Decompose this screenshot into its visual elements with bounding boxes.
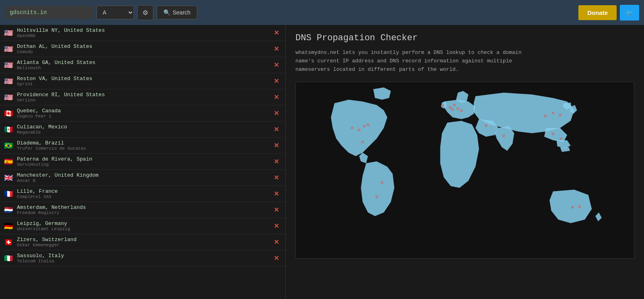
server-flag: 🇪🇸 [4,157,14,166]
server-flag: 🇺🇸 [4,45,14,54]
server-provider: OpenDNS [17,33,268,38]
marker-us4: ✕ [366,122,369,128]
remove-server-button[interactable]: ✕ [271,141,281,150]
server-flag: 🇬🇧 [4,173,14,182]
server-list-item: 🇨🇭Zizers, SwitzerlandOskar Emmenegger✕ [0,234,285,250]
server-info: Providence RI, United StatesVerizon [17,92,268,103]
server-list-item: 🇨🇦Quebec, CanadaCogeco Peer 1✕ [0,105,285,122]
domain-input[interactable] [5,6,93,19]
server-city: Holtsville NY, United States [17,27,268,33]
marker-me: ✕ [484,123,487,129]
server-flag: 🇺🇸 [4,93,14,102]
search-label: Search [173,9,190,16]
map-svg: ✕ ✕ ✕ ✕ ✕ ✕ ✕ ✕ ✕ ✕ ✕ ✕ ✕ ✕ ✕ [296,82,634,258]
server-info: Manchester, United KingdomAncar B [17,172,268,183]
remove-server-button[interactable]: ✕ [271,93,281,102]
marker-nl: ✕ [451,106,454,113]
marker-ch: ✕ [460,108,463,114]
remove-server-button[interactable]: ✕ [271,173,281,182]
server-city: Reston VA, United States [17,76,268,82]
settings-button[interactable]: ⚙ [137,5,153,20]
marker-au1: ✕ [571,204,574,211]
marker-br2: ✕ [375,194,378,200]
server-city: Diadema, Brazil [17,140,268,146]
server-provider: Verizon [17,98,268,103]
remove-server-button[interactable]: ✕ [271,76,281,86]
remove-server-button[interactable]: ✕ [271,237,281,247]
server-city: Paterna de Rivera, Spain [17,156,268,162]
marker-uk: ✕ [441,103,444,109]
server-list-item: 🇺🇸Reston VA, United StatesSprint✕ [0,73,285,89]
main-layout: 🇺🇸Holtsville NY, United StatesOpenDNS✕🇺🇸… [0,25,644,299]
server-city: Zizers, Switzerland [17,237,268,243]
server-list-item: 🇺🇸Providence RI, United StatesVerizon✕ [0,89,285,105]
marker-cn1: ✕ [544,113,547,119]
marker-es: ✕ [456,105,459,112]
header: A AAAA CNAME MX NS TXT SOA ⚙ 🔍 Search Do… [0,0,644,25]
server-flag: 🇮🇹 [4,254,14,263]
server-list-item: 🇳🇱Amsterdam, NetherlandsFreedom Registry… [0,202,285,218]
server-info: Sassuolo, ItalyTelecom Italia [17,253,268,264]
server-city: Providence RI, United States [17,92,268,98]
remove-server-button[interactable]: ✕ [271,125,281,134]
remove-server-button[interactable]: ✕ [271,254,281,263]
donate-button[interactable]: Donate [578,5,617,20]
remove-server-button[interactable]: ✕ [271,60,281,70]
server-list-item: 🇺🇸Dothan AL, United StatesComodo✕ [0,41,285,57]
marker-br1: ✕ [380,179,384,186]
marker-sea1: ✕ [551,131,555,138]
server-flag: 🇩🇪 [4,222,14,231]
server-flag: 🇫🇷 [4,190,14,198]
server-list-item: 🇫🇷Lille, FranceCompletel SAS✕ [0,186,285,202]
server-provider: Trufer Comercio de Sucatas [17,146,268,151]
remove-server-button[interactable]: ✕ [271,157,281,166]
server-list-item: 🇧🇷Diadema, BrazilTrufer Comercio de Suca… [0,138,285,154]
twitter-button[interactable]: 🐦 [620,5,639,21]
remove-server-button[interactable]: ✕ [271,221,281,231]
remove-server-button[interactable]: ✕ [271,109,281,118]
server-provider: Bellsouth [17,66,268,70]
record-type-select[interactable]: A AAAA CNAME MX NS TXT SOA [97,6,134,19]
server-info: Dothan AL, United StatesComodo [17,43,268,54]
server-list-item: 🇮🇹Sassuolo, ItalyTelecom Italia✕ [0,250,285,266]
remove-server-button[interactable]: ✕ [271,189,281,198]
server-info: Zizers, SwitzerlandOskar Emmenegger [17,237,268,247]
server-provider: Sprint [17,82,268,87]
marker-jp: ✕ [558,112,561,118]
world-map: ✕ ✕ ✕ ✕ ✕ ✕ ✕ ✕ ✕ ✕ ✕ ✕ ✕ ✕ ✕ [295,82,634,259]
search-button[interactable]: 🔍 Search [157,6,197,19]
server-flag: 🇨🇦 [4,109,14,118]
server-flag: 🇲🇽 [4,125,14,134]
right-panel: DNS Propagation Checker whatsmydns.net l… [286,25,644,299]
server-info: Amsterdam, NetherlandsFreedom Registry [17,204,268,215]
server-info: Reston VA, United StatesSprint [17,76,268,87]
server-info: Paterna de Rivera, SpainServiHosting [17,156,268,167]
server-list-item: 🇺🇸Atlanta GA, United StatesBellsouth✕ [0,57,285,73]
marker-cn2: ✕ [551,110,555,116]
server-provider: Universitaet Leipzig [17,227,268,231]
server-city: Leipzig, Germany [17,221,268,227]
remove-server-button[interactable]: ✕ [271,205,281,214]
server-list-item: 🇩🇪Leipzig, GermanyUniversitaet Leipzig✕ [0,218,285,234]
server-info: Diadema, BrazilTrufer Comercio de Sucata… [17,140,268,151]
server-provider: Ancar B [17,178,268,183]
twitter-icon: 🐦 [625,9,634,16]
server-info: Culiacan, MexicoMegacable [17,124,268,135]
server-flag: 🇺🇸 [4,29,14,37]
server-provider: Telecom Italia [17,259,268,264]
server-info: Quebec, CanadaCogeco Peer 1 [17,108,268,119]
page-title: DNS Propagation Checker [295,33,634,43]
remove-server-button[interactable]: ✕ [271,28,281,37]
server-provider: ServiHosting [17,162,268,167]
server-list: 🇺🇸Holtsville NY, United StatesOpenDNS✕🇺🇸… [0,25,286,299]
server-city: Dothan AL, United States [17,43,268,49]
server-city: Quebec, Canada [17,108,268,114]
server-flag: 🇨🇭 [4,238,14,247]
server-provider: Megacable [17,130,268,135]
server-city: Sassuolo, Italy [17,253,268,259]
server-info: Holtsville NY, United StatesOpenDNS [17,27,268,38]
server-city: Atlanta GA, United States [17,60,268,66]
description-text: whatsmydns.net lets you instantly perfor… [295,49,537,74]
remove-server-button[interactable]: ✕ [271,44,281,54]
server-flag: 🇳🇱 [4,206,14,214]
